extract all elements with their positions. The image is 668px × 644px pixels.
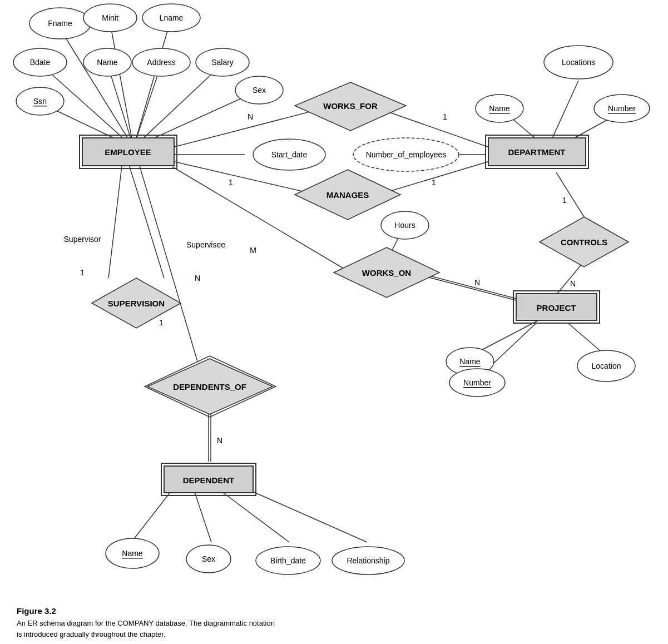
svg-text:1: 1 xyxy=(562,196,567,205)
attr-locations: Locations xyxy=(562,58,595,67)
rel-controls: CONTROLS xyxy=(561,237,607,247)
svg-line-37 xyxy=(128,161,164,278)
rel-dependents-of: DEPENDENTS_OF xyxy=(173,382,246,392)
svg-text:1: 1 xyxy=(229,178,233,187)
svg-text:1: 1 xyxy=(159,318,164,327)
caption-line1: An ER schema diagram for the COMPANY dat… xyxy=(17,618,651,629)
attr-salary: Salary xyxy=(211,58,234,67)
attr-location: Location xyxy=(592,361,621,370)
attr-dep-name: Name xyxy=(122,549,143,558)
attr-dept-name: Name xyxy=(489,104,510,113)
rel-works-for: WORKS_FOR xyxy=(323,101,378,111)
entity-employee: EMPLOYEE xyxy=(105,147,151,157)
svg-text:N: N xyxy=(474,278,480,287)
svg-text:N: N xyxy=(248,112,253,121)
svg-line-45 xyxy=(133,489,172,539)
attr-birth-date: Birth_date xyxy=(270,556,306,565)
svg-line-27 xyxy=(417,273,523,300)
attr-proj-name: Name xyxy=(459,357,481,366)
svg-text:1: 1 xyxy=(80,268,85,277)
er-diagram: .entity { fill: #d0d0d0; stroke: #333; s… xyxy=(0,0,668,601)
attr-bdate: Bdate xyxy=(30,58,51,67)
svg-text:M: M xyxy=(250,246,256,255)
attr-fname: Fname xyxy=(48,19,72,28)
attr-proj-number: Number xyxy=(463,378,491,387)
attr-emp-name: Name xyxy=(97,58,118,67)
attr-sex-emp: Sex xyxy=(253,86,266,95)
svg-text:Supervisor: Supervisor xyxy=(64,235,101,244)
svg-line-34 xyxy=(108,161,122,278)
svg-line-23 xyxy=(556,261,584,295)
attr-num-employees: Number_of_employees xyxy=(366,150,447,159)
svg-line-31 xyxy=(476,320,540,353)
figure-caption: Figure 3.2 An ER schema diagram for the … xyxy=(0,601,668,644)
caption-line2: is introduced gradually throughout the c… xyxy=(17,629,651,640)
attr-address: Address xyxy=(147,58,175,67)
attr-lname: Lname xyxy=(160,13,184,22)
svg-line-48 xyxy=(250,491,367,542)
rel-supervision: SUPERVISION xyxy=(108,299,165,308)
svg-text:N: N xyxy=(195,274,200,283)
svg-line-13 xyxy=(551,81,578,142)
caption-title: Figure 3.2 xyxy=(17,606,651,616)
svg-line-40 xyxy=(139,164,197,361)
svg-text:Supervisee: Supervisee xyxy=(186,240,225,249)
entity-department: DEPARTMENT xyxy=(508,147,565,157)
svg-line-46 xyxy=(195,492,211,542)
attr-dep-sex: Sex xyxy=(202,554,215,563)
attr-dept-number: Number xyxy=(608,104,636,113)
attr-relationship: Relationship xyxy=(347,556,389,565)
entity-dependent: DEPENDENT xyxy=(183,475,235,485)
svg-line-2 xyxy=(133,23,170,147)
attr-minit: Minit xyxy=(102,13,118,22)
svg-text:N: N xyxy=(570,279,576,288)
rel-works-on: WORKS_ON xyxy=(362,268,411,278)
svg-text:1: 1 xyxy=(443,112,447,121)
svg-line-21 xyxy=(556,172,584,217)
rel-manages: MANAGES xyxy=(326,190,369,200)
attr-ssn: Ssn xyxy=(33,97,47,106)
attr-start-date: Start_date xyxy=(271,150,308,159)
entity-project: PROJECT xyxy=(537,303,576,313)
svg-text:1: 1 xyxy=(432,178,436,187)
attr-hours: Hours xyxy=(394,221,415,230)
svg-text:N: N xyxy=(217,436,222,445)
svg-line-47 xyxy=(222,492,289,542)
svg-line-28 xyxy=(419,275,524,303)
